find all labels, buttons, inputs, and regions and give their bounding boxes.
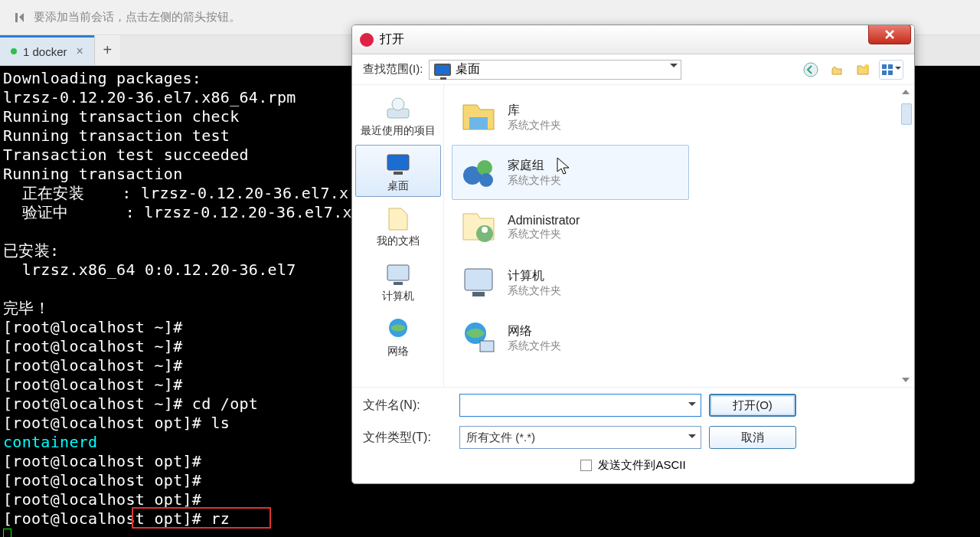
svg-rect-10 xyxy=(387,265,409,280)
dialog-titlebar[interactable]: 打开 xyxy=(352,25,914,54)
lookin-combo[interactable]: 桌面 xyxy=(429,60,681,80)
dialog-bottom: 文件名(N): 打开(O) 文件类型(T): 所有文件 (*.*) 取消 发送文… xyxy=(352,387,914,483)
view-menu-button[interactable] xyxy=(879,60,903,80)
back-button[interactable] xyxy=(801,60,821,80)
app-icon xyxy=(360,33,374,47)
filetype-combo[interactable]: 所有文件 (*.*) xyxy=(459,426,701,449)
close-button[interactable] xyxy=(868,25,911,44)
place-3[interactable]: 计算机 xyxy=(355,255,441,307)
svg-point-18 xyxy=(482,227,488,233)
svg-rect-19 xyxy=(465,269,492,290)
places-sidebar: 最近使用的项目桌面我的文档计算机网络 xyxy=(352,85,444,387)
file-item[interactable]: 家庭组系统文件夹 xyxy=(452,145,689,200)
place-4[interactable]: 网络 xyxy=(355,310,441,362)
svg-point-1 xyxy=(864,64,869,69)
lookin-bar: 查找范围(I): 桌面 xyxy=(352,54,914,85)
filename-input[interactable] xyxy=(459,394,701,417)
svg-rect-13 xyxy=(469,117,488,129)
cancel-button[interactable]: 取消 xyxy=(709,426,796,449)
place-2[interactable]: 我的文档 xyxy=(355,200,441,252)
tab-docker[interactable]: 1 docker × xyxy=(0,35,94,65)
chevron-down-icon xyxy=(670,64,678,71)
tab-status-dot xyxy=(11,48,17,54)
file-item[interactable]: 计算机系统文件夹 xyxy=(452,255,689,310)
filetype-value: 所有文件 (*.*) xyxy=(466,431,535,445)
dialog-title: 打开 xyxy=(380,31,404,47)
svg-rect-4 xyxy=(882,70,887,75)
file-item[interactable]: 网络系统文件夹 xyxy=(452,310,689,365)
svg-rect-20 xyxy=(472,292,485,296)
tab-label: 1 docker xyxy=(23,45,67,58)
svg-point-0 xyxy=(804,63,818,77)
scrollbar[interactable] xyxy=(899,87,913,385)
scroll-down-icon[interactable] xyxy=(899,375,913,385)
filename-label: 文件名(N): xyxy=(363,398,452,414)
svg-rect-8 xyxy=(387,155,409,170)
svg-rect-3 xyxy=(888,64,893,69)
open-file-dialog: 打开 查找范围(I): 桌面 最近使用的项目桌面我的文档计算机网络 xyxy=(351,25,915,484)
file-item[interactable]: Administrator系统文件夹 xyxy=(452,200,689,255)
up-button[interactable] xyxy=(827,60,847,80)
new-folder-button[interactable] xyxy=(853,60,873,80)
svg-rect-2 xyxy=(882,64,887,69)
open-button[interactable]: 打开(O) xyxy=(709,394,796,417)
lookin-value: 桌面 xyxy=(456,61,480,77)
svg-point-15 xyxy=(477,160,492,175)
place-1[interactable]: 桌面 xyxy=(355,145,441,197)
svg-point-16 xyxy=(479,173,493,187)
tab-close-icon[interactable]: × xyxy=(74,44,87,58)
svg-rect-9 xyxy=(394,172,403,175)
lookin-label: 查找范围(I): xyxy=(363,62,423,77)
svg-rect-22 xyxy=(480,341,494,352)
hint-text: 要添加当前会话，点击左侧的箭头按钮。 xyxy=(34,10,240,25)
desktop-icon xyxy=(434,64,451,76)
chevron-down-icon xyxy=(688,434,696,442)
filetype-label: 文件类型(T): xyxy=(363,430,452,446)
scroll-up-icon[interactable] xyxy=(899,87,913,97)
chevron-down-icon xyxy=(895,67,901,73)
svg-point-7 xyxy=(392,98,404,110)
plus-icon: + xyxy=(103,41,113,59)
add-tab-button[interactable]: + xyxy=(94,35,120,65)
file-item[interactable]: 库系统文件夹 xyxy=(452,90,689,145)
chevron-down-icon xyxy=(688,402,696,410)
hint-icon xyxy=(14,11,26,24)
place-0[interactable]: 最近使用的项目 xyxy=(355,90,441,142)
svg-rect-11 xyxy=(394,282,403,285)
file-list[interactable]: 库系统文件夹家庭组系统文件夹Administrator系统文件夹计算机系统文件夹… xyxy=(444,85,914,387)
ascii-label: 发送文件到ASCII xyxy=(598,458,685,473)
close-icon xyxy=(884,29,895,40)
ascii-checkbox[interactable] xyxy=(580,460,592,471)
svg-rect-5 xyxy=(888,70,893,75)
